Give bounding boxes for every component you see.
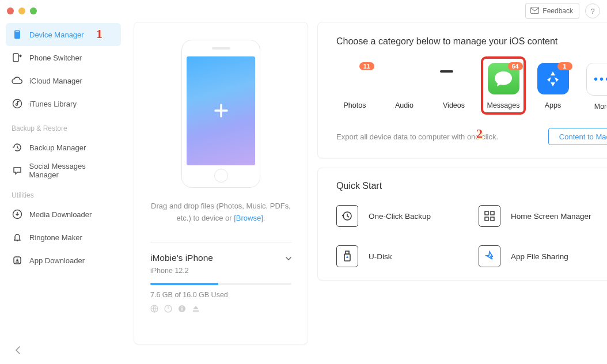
sidebar-item-media-downloader[interactable]: Media Downloader (6, 203, 121, 226)
messages-icon: 64 (488, 63, 519, 94)
zoom-window-button[interactable] (30, 7, 37, 14)
sidebar-item-device-manager[interactable]: Device Manager 1 (6, 23, 121, 46)
sidebar-item-app-downloader[interactable]: App Downloader (6, 249, 121, 272)
svg-rect-13 (485, 211, 488, 215)
svg-rect-3 (13, 54, 18, 62)
quickstart-app-file-sharing[interactable]: App File Sharing (479, 245, 607, 267)
add-content-button[interactable] (187, 56, 255, 165)
sidebar-section-utilities: Utilities (6, 182, 121, 203)
sidebar-item-ringtone-maker[interactable]: Ringtone Maker (6, 226, 121, 249)
svg-rect-15 (485, 217, 488, 221)
feedback-button[interactable]: Feedback (525, 3, 579, 19)
storage-label: 7.6 GB of 16.0 GB Used (150, 291, 291, 299)
sidebar-label: Ringtone Maker (29, 233, 82, 242)
svg-rect-10 (181, 308, 183, 311)
categories-title: Choose a category below to manage your i… (336, 36, 607, 47)
drop-hint: Drag and drop files (Photos, Music, PDFs… (150, 200, 291, 225)
badge: 11 (359, 62, 374, 70)
svg-rect-0 (531, 7, 539, 13)
storage-fill (150, 283, 218, 286)
storage-bar (150, 283, 291, 286)
status-icons (150, 305, 291, 314)
power-icon (164, 305, 172, 314)
sidebar-section-backup: Backup & Restore (6, 115, 121, 136)
globe-icon (150, 305, 158, 314)
titlebar: Feedback ? (0, 0, 607, 22)
usb-icon (336, 245, 358, 267)
quick-start-title: Quick Start (336, 181, 607, 191)
history-icon (12, 142, 23, 153)
quickstart-udisk[interactable]: U-Disk (336, 245, 479, 267)
apps-icon: 1 (537, 63, 569, 94)
category-videos[interactable]: Videos (435, 60, 472, 111)
back-button[interactable] (15, 345, 21, 357)
chat-icon (12, 165, 23, 176)
download-icon (12, 209, 23, 219)
audio-icon (389, 63, 420, 94)
category-photos[interactable]: 11 Photos (336, 60, 373, 111)
category-apps[interactable]: 1 Apps (534, 60, 571, 111)
switch-icon (12, 52, 23, 63)
sidebar-item-phone-switcher[interactable]: Phone Switcher (6, 46, 121, 69)
category-audio[interactable]: Audio (386, 60, 423, 111)
more-icon: ••• (586, 63, 608, 96)
content-to-mac-button[interactable]: Content to Mac (548, 128, 607, 145)
device-name-row[interactable]: iMobie's iPhone (150, 253, 291, 263)
sidebar-label: Media Downloader (29, 210, 92, 219)
bell-icon (12, 232, 23, 242)
eject-icon[interactable] (192, 305, 200, 314)
photos-icon: 11 (339, 63, 371, 94)
categories-panel: Choose a category below to manage your i… (317, 22, 607, 158)
category-more[interactable]: ••• More (584, 60, 607, 111)
sidebar-label: Social Messages Manager (29, 162, 115, 179)
divider (150, 242, 291, 242)
svg-rect-14 (491, 211, 494, 215)
callout-step-2: 2 (476, 126, 483, 141)
minimize-window-button[interactable] (18, 7, 25, 14)
window-controls (7, 7, 37, 14)
plus-icon (214, 99, 229, 123)
export-label: Export all device data to computer with … (336, 132, 498, 141)
quick-start-panel: Quick Start One-Click Backup Home Screen… (317, 168, 607, 280)
svg-rect-16 (491, 217, 494, 221)
categories-grid: 11 Photos Audio Videos (336, 60, 607, 111)
cloud-icon (12, 77, 23, 85)
info-icon (178, 305, 186, 314)
badge: 64 (508, 62, 523, 70)
sidebar-label: iCloud Manager (29, 77, 82, 85)
sidebar-label: Backup Manager (29, 143, 86, 152)
backup-icon (336, 205, 358, 227)
chevron-down-icon (286, 253, 291, 263)
svg-point-11 (181, 306, 183, 308)
close-window-button[interactable] (7, 7, 14, 14)
help-button[interactable]: ? (585, 3, 600, 18)
sidebar: Device Manager 1 Phone Switcher iCloud M… (2, 22, 124, 344)
device-illustration[interactable] (181, 40, 260, 188)
device-icon (12, 29, 23, 40)
sidebar-label: Device Manager (29, 31, 84, 39)
quickstart-one-click-backup[interactable]: One-Click Backup (336, 205, 479, 227)
music-icon (12, 98, 23, 109)
sidebar-label: Phone Switcher (29, 54, 82, 62)
category-messages[interactable]: 64 Messages (485, 60, 522, 111)
svg-rect-18 (346, 251, 349, 254)
feedback-label: Feedback (542, 7, 573, 15)
share-icon (479, 245, 500, 267)
grid-icon (479, 205, 500, 227)
app-body: Device Manager 1 Phone Switcher iCloud M… (0, 22, 607, 344)
sidebar-label: App Downloader (29, 256, 85, 265)
browse-link[interactable]: [Browse] (234, 214, 263, 222)
videos-icon (438, 63, 470, 94)
sidebar-label: iTunes Library (29, 100, 77, 108)
quickstart-home-screen[interactable]: Home Screen Manager (479, 205, 607, 227)
sidebar-item-icloud[interactable]: iCloud Manager (6, 69, 121, 92)
sidebar-item-backup-manager[interactable]: Backup Manager (6, 136, 121, 159)
device-name: iMobie's iPhone (150, 253, 213, 263)
device-panel: Drag and drop files (Photos, Music, PDFs… (134, 22, 308, 344)
callout-step-1: 1 (96, 26, 103, 41)
svg-rect-2 (16, 31, 19, 32)
mail-icon (530, 7, 539, 16)
sidebar-item-social-messages[interactable]: Social Messages Manager (6, 159, 121, 182)
sidebar-item-itunes[interactable]: iTunes Library (6, 92, 121, 115)
device-os: iPhone 12.2 (150, 267, 291, 275)
